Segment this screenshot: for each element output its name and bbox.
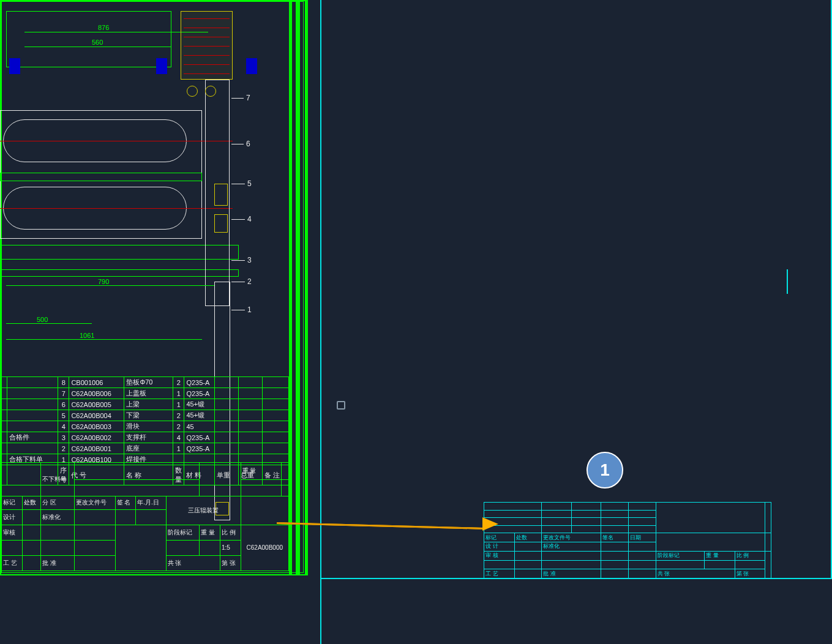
callout-6: 6 — [246, 140, 250, 148]
drawing-title: 三压辊装置 — [166, 496, 241, 525]
base-bar-2 — [0, 269, 239, 277]
dim-line — [6, 323, 92, 324]
dim-line — [6, 285, 214, 286]
dim-790: 790 — [98, 278, 109, 285]
right-sheet-tick — [787, 269, 788, 294]
bearing-block — [214, 214, 228, 233]
callout-3: 3 — [247, 256, 252, 264]
mid-plate — [0, 173, 202, 181]
bom-row: 6C62A00B005上梁145+锻 — [2, 399, 289, 410]
leader-line — [231, 282, 245, 282]
new-title-block[interactable]: 标记 处数 更改文件号 签名 日期 设 计 标准化 审 核 阶段标记重 量比 例… — [484, 502, 771, 578]
leader-line — [231, 310, 245, 310]
bom-row: 2C62A00B001底座1Q235-A — [2, 443, 289, 454]
bom-row: 7C62A00B006上盖板1Q235-A — [2, 388, 289, 399]
right-sheet-bottom-edge — [320, 578, 832, 579]
bom-row: 8CB001006垫板Φ702Q235-A — [2, 377, 289, 388]
sheet-edge-stripe — [306, 0, 308, 575]
dim-500: 500 — [37, 316, 48, 323]
centerline — [0, 141, 233, 141]
base-bar — [0, 245, 239, 260]
bom-row: 5C62A00B004下梁245+锻 — [2, 410, 289, 421]
callout-2: 2 — [247, 277, 252, 286]
support-foot — [156, 58, 167, 74]
sheet-edge-stripe — [289, 0, 292, 575]
right-sheet-left-edge — [320, 0, 321, 644]
support-foot — [246, 58, 257, 74]
callout-4: 4 — [247, 215, 252, 223]
hole-icon — [187, 86, 198, 97]
leader-line — [231, 219, 245, 220]
hatch-block — [184, 18, 230, 73]
callout-5: 5 — [247, 179, 252, 188]
leader-line — [231, 260, 245, 261]
leader-line — [231, 184, 245, 184]
selection-marker-icon — [337, 401, 345, 410]
dim-line — [6, 339, 202, 340]
support-foot — [9, 58, 20, 74]
callout-7: 7 — [246, 94, 250, 102]
leader-line — [231, 144, 244, 144]
title-block: 不下料单 重 量 标记 处数 分 区 更改文件号 签 名 年.月.日 三压辊装置… — [1, 462, 289, 571]
annotation-badge-1: 1 — [587, 452, 623, 489]
drawing-number: C62A00B000 — [241, 525, 288, 571]
bom-row: 4C62A00B003滑块245 — [2, 421, 289, 432]
dim-1061: 1061 — [80, 332, 94, 339]
centerline — [0, 208, 233, 209]
top-view-frame — [6, 11, 171, 67]
annotation-arrow-head — [482, 517, 498, 531]
hole-icon — [205, 86, 216, 97]
leader-line — [231, 98, 244, 99]
bearing-block — [214, 184, 228, 206]
sheet-edge-stripe — [296, 0, 300, 575]
callout-1: 1 — [247, 305, 252, 314]
annotation-badge-label: 1 — [600, 460, 610, 480]
bom-row: 合格件3C62A00B002支撑杆4Q235-A — [2, 432, 289, 443]
